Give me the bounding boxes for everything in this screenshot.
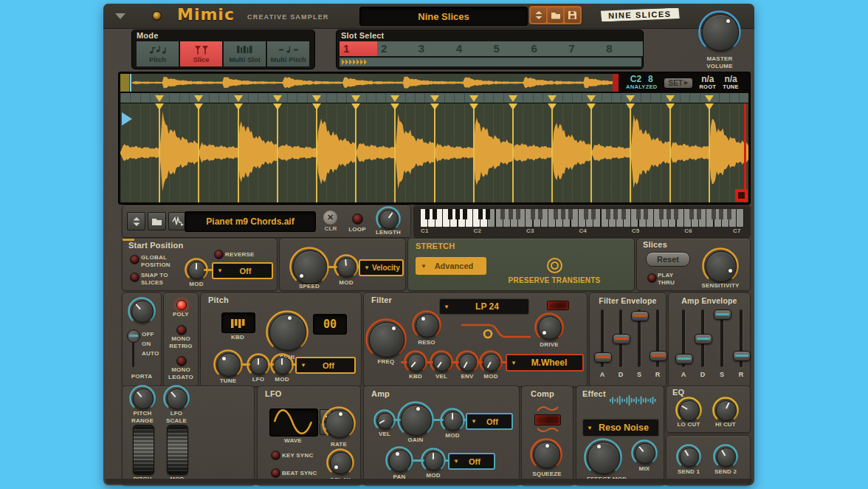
ruler-slice-triangle[interactable]: [430, 95, 439, 102]
envelope-slider-handle[interactable]: [613, 334, 630, 344]
envelope-slider-handle[interactable]: [594, 352, 612, 363]
ruler-slice-triangle[interactable]: [626, 95, 635, 102]
keyboard-keys[interactable]: [420, 209, 744, 227]
piano-key-black[interactable]: [719, 209, 723, 219]
start-mod-source-dropdown[interactable]: ▼Off: [212, 262, 273, 279]
overview-playhead[interactable]: [130, 74, 131, 92]
slice-marker-handle[interactable]: [273, 103, 282, 110]
freq-knob[interactable]: [365, 318, 407, 360]
piano-key-white[interactable]: [737, 209, 743, 227]
piano-key-black[interactable]: [500, 209, 505, 219]
slice-marker-handle[interactable]: [469, 103, 478, 110]
filter-kbd-knob[interactable]: [403, 349, 428, 375]
piano-key-black[interactable]: [606, 209, 610, 219]
ruler-slice-triangle[interactable]: [469, 95, 478, 102]
speed-mod-knob[interactable]: [333, 253, 359, 280]
pitch-wheel[interactable]: [133, 425, 154, 475]
slot-tab-6[interactable]: 6: [527, 41, 567, 56]
overview-end-marker[interactable]: [613, 74, 619, 92]
piano-key-black[interactable]: [666, 209, 671, 219]
slice-marker-line[interactable]: [316, 103, 317, 202]
mono-retrig-led[interactable]: [176, 325, 187, 335]
piano-key-black[interactable]: [712, 209, 716, 219]
slice-marker-line[interactable]: [551, 103, 553, 202]
slice-marker-line[interactable]: [512, 103, 514, 202]
speed-knob[interactable]: [289, 246, 330, 287]
amp-vel-knob[interactable]: [373, 408, 396, 432]
ruler-slice-triangle[interactable]: [390, 95, 399, 102]
effect-mod-knob[interactable]: [583, 437, 623, 477]
envelope-slider-handle[interactable]: [733, 351, 751, 361]
piano-key-black[interactable]: [516, 209, 520, 219]
amp-mod1-source-dropdown[interactable]: ▼Off: [466, 413, 513, 430]
pan-knob[interactable]: [385, 445, 414, 475]
piano-key-black[interactable]: [561, 209, 565, 219]
file-name-display[interactable]: Pianet m9 Chords.aif: [185, 211, 316, 232]
mode-button-multi-pitch[interactable]: Multi Pitch: [267, 41, 309, 66]
snap-to-slices-led[interactable]: [130, 273, 140, 282]
ruler-slice-triangle[interactable]: [509, 95, 517, 102]
master-volume-knob[interactable]: [698, 10, 742, 54]
slot-sample-cell-6[interactable]: [527, 58, 565, 66]
piano-key-black[interactable]: [697, 209, 701, 219]
slot-tab-3[interactable]: 3: [415, 41, 455, 56]
piano-key-black[interactable]: [425, 209, 430, 219]
lo-cut-knob[interactable]: [675, 396, 703, 424]
slot-sample-cell-5[interactable]: [490, 58, 528, 66]
slot-sample-cell-1[interactable]: [340, 58, 378, 66]
piano-key-black[interactable]: [463, 209, 467, 219]
reso-knob[interactable]: [411, 310, 442, 341]
slice-marker-handle[interactable]: [666, 103, 675, 110]
set-button[interactable]: SET▶: [664, 78, 693, 88]
filter-indicator-led[interactable]: [547, 301, 569, 310]
slice-marker-handle[interactable]: [312, 103, 321, 110]
hi-cut-knob[interactable]: [712, 396, 740, 424]
ruler-slice-triangle[interactable]: [666, 95, 675, 102]
pitch-mod-source-dropdown[interactable]: ▼Off: [295, 357, 356, 374]
sample-end-handle[interactable]: [735, 189, 748, 202]
slice-marker-line[interactable]: [434, 103, 435, 202]
pitch-range-knob[interactable]: [128, 384, 156, 412]
file-browse-button[interactable]: [148, 212, 166, 230]
slice-marker-line[interactable]: [590, 103, 592, 202]
reset-slices-button[interactable]: Reset: [646, 252, 690, 267]
ruler-slice-triangle[interactable]: [351, 95, 360, 102]
piano-key-black[interactable]: [636, 209, 641, 219]
slice-marker-line[interactable]: [355, 103, 356, 202]
slot-sample-cell-2[interactable]: [377, 58, 416, 66]
piano-key-black[interactable]: [689, 209, 694, 219]
slot-sample-cell-4[interactable]: [452, 58, 491, 66]
slot-sample-cell-3[interactable]: [415, 58, 453, 66]
ruler-slice-triangle[interactable]: [312, 95, 321, 102]
slice-marker-line[interactable]: [159, 103, 160, 202]
ruler-slice-triangle[interactable]: [587, 95, 596, 102]
lfo-wave-display[interactable]: [269, 408, 318, 437]
pitch-kbd-button[interactable]: [221, 312, 255, 333]
length-knob[interactable]: [375, 205, 402, 232]
file-prev-next-button[interactable]: [127, 212, 145, 230]
main-waveform[interactable]: [120, 103, 748, 202]
slot-tab-4[interactable]: 4: [452, 41, 492, 56]
slice-marker-line[interactable]: [473, 103, 475, 202]
piano-key-black[interactable]: [591, 209, 596, 219]
ruler-slice-triangle[interactable]: [548, 95, 557, 102]
lfo-delay-knob[interactable]: [326, 448, 355, 477]
squeeze-knob[interactable]: [529, 437, 563, 471]
clear-sample-button[interactable]: ✕: [323, 211, 337, 225]
mode-button-multi-slot[interactable]: Multi Slot: [224, 41, 266, 66]
play-position-arrow[interactable]: [122, 112, 132, 126]
amp-mod2-source-dropdown[interactable]: ▼Off: [448, 453, 495, 470]
porta-knob[interactable]: [127, 296, 156, 326]
ruler-slice-triangle[interactable]: [273, 95, 282, 102]
slice-marker-line[interactable]: [198, 103, 199, 202]
drive-knob[interactable]: [534, 312, 565, 343]
envelope-slider-handle[interactable]: [695, 334, 712, 344]
slice-marker-handle[interactable]: [626, 103, 635, 110]
preset-load-button[interactable]: [548, 7, 563, 23]
piano-key-black[interactable]: [509, 209, 513, 219]
key-sync-led[interactable]: [271, 451, 280, 460]
ruler-slice-triangle[interactable]: [194, 95, 203, 102]
piano-key-black[interactable]: [568, 209, 573, 219]
piano-key-black[interactable]: [621, 209, 626, 219]
piano-key-black[interactable]: [554, 209, 558, 219]
